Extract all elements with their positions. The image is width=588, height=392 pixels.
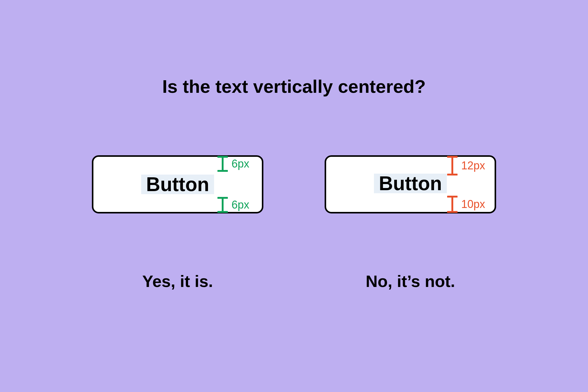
button-text-highlight: Button: [141, 175, 214, 194]
measurement-bottom: 6px: [217, 197, 249, 213]
button-wrap-not-centered: Button 12px: [325, 155, 496, 213]
measurement-top: 6px: [217, 156, 249, 172]
example-not-centered: Button 12px: [325, 155, 496, 291]
button-label: Button: [379, 172, 442, 194]
diagram-canvas: Is the text vertically centered? Button: [0, 0, 588, 392]
measurement-top-label: 12px: [461, 159, 485, 172]
ibar-icon: [217, 156, 228, 172]
ibar-icon: [447, 196, 458, 213]
measurement-top-label: 6px: [232, 157, 249, 170]
diagram-title: Is the text vertically centered?: [162, 76, 426, 97]
measurement-bottom-label: 10px: [461, 198, 485, 211]
example-centered: Button 6px: [92, 155, 263, 291]
button-label: Button: [146, 173, 209, 195]
ibar-icon: [217, 197, 228, 213]
button-wrap-centered: Button 6px: [92, 155, 263, 213]
ibar-icon: [447, 156, 458, 175]
example-caption: Yes, it is.: [142, 272, 213, 291]
measurement-bottom-label: 6px: [232, 198, 249, 211]
examples-row: Button 6px: [92, 155, 496, 291]
example-caption: No, it’s not.: [366, 272, 455, 291]
measurement-bottom: 10px: [447, 196, 485, 213]
button-text-highlight: Button: [374, 174, 447, 193]
measurement-top: 12px: [447, 156, 485, 175]
